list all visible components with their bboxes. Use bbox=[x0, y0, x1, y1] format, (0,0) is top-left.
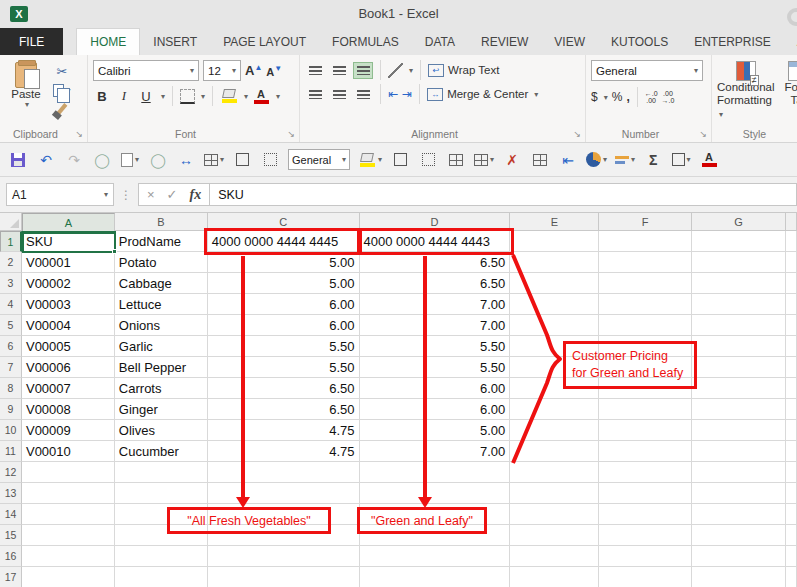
clipboard-dialog-launcher[interactable]: ↘ bbox=[75, 129, 83, 139]
border-dotted-icon[interactable] bbox=[418, 149, 438, 171]
cell-A7[interactable]: V00006 bbox=[22, 357, 115, 378]
cell-D2[interactable]: 6.50 bbox=[360, 252, 511, 273]
cell-F5[interactable] bbox=[599, 315, 692, 336]
autofit-width-icon[interactable]: ↔ bbox=[176, 149, 196, 171]
cell-F9[interactable] bbox=[599, 399, 692, 420]
number-dialog-launcher[interactable]: ↘ bbox=[699, 129, 707, 139]
cell-H12[interactable] bbox=[786, 462, 797, 483]
cell-B10[interactable]: Olives bbox=[115, 420, 208, 441]
row-header-10[interactable]: 10 bbox=[0, 420, 22, 441]
paste-range-icon[interactable]: ▾ bbox=[120, 149, 140, 171]
cell-B11[interactable]: Cucumber bbox=[115, 441, 208, 462]
cell-F14[interactable] bbox=[599, 504, 692, 525]
cell-C16[interactable] bbox=[208, 546, 360, 567]
cell-G3[interactable] bbox=[692, 273, 786, 294]
chart-pie-icon[interactable]: ▾ bbox=[586, 149, 607, 171]
column-header-g[interactable]: G bbox=[692, 213, 786, 231]
select-all-corner[interactable] bbox=[0, 213, 22, 231]
cell-G17[interactable] bbox=[692, 567, 786, 587]
font-name-select[interactable]: Calibri▾ bbox=[93, 60, 199, 81]
row-header-17[interactable]: 17 bbox=[0, 567, 22, 587]
cell-G2[interactable] bbox=[692, 252, 786, 273]
cell-H1[interactable] bbox=[786, 231, 797, 252]
cell-B5[interactable]: Onions bbox=[115, 315, 208, 336]
cell-A8[interactable]: V00007 bbox=[22, 378, 115, 399]
comma-style-button[interactable]: , bbox=[626, 90, 629, 104]
align-center-icon[interactable] bbox=[329, 86, 349, 103]
font-size-select[interactable]: 12▾ bbox=[203, 60, 241, 81]
oval-shape-2-icon[interactable]: ◯ bbox=[148, 149, 168, 171]
cell-E4[interactable] bbox=[510, 294, 599, 315]
bold-button[interactable]: B bbox=[93, 87, 111, 106]
print-area-icon[interactable] bbox=[260, 149, 280, 171]
cell-F10[interactable] bbox=[599, 420, 692, 441]
cell-H10[interactable] bbox=[786, 420, 797, 441]
row-header-1[interactable]: 1 bbox=[0, 231, 22, 252]
cell-B8[interactable]: Carrots bbox=[115, 378, 208, 399]
cell-C3[interactable]: 5.00 bbox=[208, 273, 360, 294]
increase-indent-icon[interactable]: ⇥ bbox=[402, 87, 412, 101]
row-header-14[interactable]: 14 bbox=[0, 504, 22, 525]
row-header-9[interactable]: 9 bbox=[0, 399, 22, 420]
cell-E1[interactable] bbox=[510, 231, 599, 252]
borders-icon[interactable] bbox=[180, 89, 195, 104]
cell-D3[interactable]: 6.50 bbox=[360, 273, 511, 294]
row-header-3[interactable]: 3 bbox=[0, 273, 22, 294]
toolbar-number-format-select[interactable]: General▾ bbox=[288, 149, 350, 170]
cell-B17[interactable] bbox=[115, 567, 208, 587]
cell-F3[interactable] bbox=[599, 273, 692, 294]
cell-B1[interactable]: ProdName bbox=[115, 231, 208, 252]
tab-add-in[interactable]: ADD-IN bbox=[784, 28, 797, 55]
tab-formulas[interactable]: FORMULAS bbox=[319, 28, 412, 55]
cell-H11[interactable] bbox=[786, 441, 797, 462]
row-header-7[interactable]: 7 bbox=[0, 357, 22, 378]
borders-menu-icon[interactable]: ▾ bbox=[201, 92, 205, 101]
top-align-icon[interactable] bbox=[305, 62, 325, 79]
cell-B12[interactable] bbox=[115, 462, 208, 483]
autosum-icon[interactable]: Σ bbox=[643, 149, 663, 171]
cell-D5[interactable]: 7.00 bbox=[360, 315, 511, 336]
cell-B13[interactable] bbox=[115, 483, 208, 504]
cell-B9[interactable]: Ginger bbox=[115, 399, 208, 420]
cancel-icon[interactable]: × bbox=[147, 187, 155, 202]
middle-align-icon[interactable] bbox=[329, 62, 349, 79]
font-color-menu-icon[interactable]: ▾ bbox=[276, 92, 280, 101]
cell-F12[interactable] bbox=[599, 462, 692, 483]
cell-C13[interactable] bbox=[208, 483, 360, 504]
name-box-dropdown-icon[interactable]: ▾ bbox=[104, 190, 108, 199]
cell-C5[interactable]: 6.00 bbox=[208, 315, 360, 336]
cell-G5[interactable] bbox=[692, 315, 786, 336]
cell-B7[interactable]: Bell Pepper bbox=[115, 357, 208, 378]
format-as-table-button[interactable]: Form Tal bbox=[785, 60, 797, 107]
cell-C6[interactable]: 5.50 bbox=[208, 336, 360, 357]
cell-D6[interactable]: 5.50 bbox=[360, 336, 511, 357]
cell-A5[interactable]: V00004 bbox=[22, 315, 115, 336]
cell-C1[interactable]: 4000 0000 4444 4445 bbox=[208, 231, 360, 252]
underline-button[interactable]: U bbox=[137, 87, 155, 106]
tab-kutools[interactable]: KUTOOLS bbox=[598, 28, 681, 55]
cell-F1[interactable] bbox=[599, 231, 692, 252]
cell-E13[interactable] bbox=[510, 483, 599, 504]
row-header-2[interactable]: 2 bbox=[0, 252, 22, 273]
cell-H6[interactable] bbox=[786, 336, 797, 357]
cell-H3[interactable] bbox=[786, 273, 797, 294]
merge-center-button[interactable]: Merge & Center bbox=[447, 88, 528, 100]
tab-file[interactable]: FILE bbox=[0, 28, 63, 55]
italic-button[interactable]: I bbox=[115, 87, 133, 106]
cell-E17[interactable] bbox=[510, 567, 599, 587]
cell-F16[interactable] bbox=[599, 546, 692, 567]
cut-icon[interactable]: ✂ bbox=[52, 63, 72, 79]
conditional-formatting-button[interactable]: Conditional Formatting ▾ bbox=[717, 60, 775, 121]
cell-D11[interactable]: 7.00 bbox=[360, 441, 511, 462]
cell-A9[interactable]: V00008 bbox=[22, 399, 115, 420]
cell-D12[interactable] bbox=[360, 462, 511, 483]
cell-F11[interactable] bbox=[599, 441, 692, 462]
percent-style-button[interactable]: % bbox=[612, 90, 623, 104]
fill-color-menu-icon[interactable]: ▾ bbox=[244, 92, 248, 101]
cell-A10[interactable]: V00009 bbox=[22, 420, 115, 441]
increase-decimal-icon[interactable]: ←.0.00 bbox=[645, 90, 658, 104]
align-right-icon[interactable] bbox=[353, 86, 373, 103]
row-header-11[interactable]: 11 bbox=[0, 441, 22, 462]
fill-color-icon[interactable]: ▾ bbox=[358, 149, 382, 171]
cell-A2[interactable]: V00001 bbox=[22, 252, 115, 273]
